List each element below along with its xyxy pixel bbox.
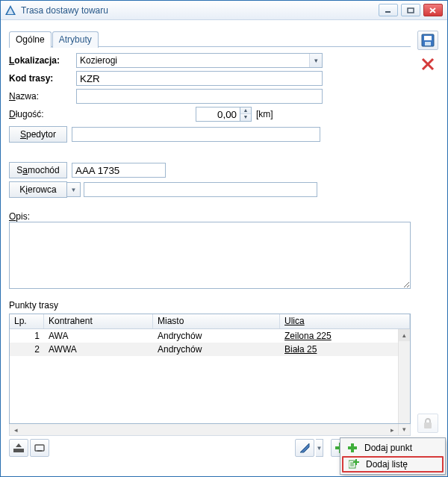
- window-buttons: [379, 4, 443, 16]
- name-input[interactable]: [76, 89, 323, 104]
- kierowca-button[interactable]: Kierowca: [9, 181, 67, 198]
- length-unit: [km]: [256, 109, 273, 119]
- col-lp[interactable]: Lp.: [10, 314, 44, 328]
- scroll-right-icon[interactable]: ▸: [386, 426, 398, 434]
- tab-general[interactable]: Ogólne: [9, 31, 52, 48]
- length-input[interactable]: [196, 107, 240, 122]
- menu-add-list-label: Dodaj listę: [366, 459, 408, 470]
- label-opis: Opis:: [9, 211, 411, 222]
- chevron-down-icon[interactable]: ▾: [309, 54, 322, 67]
- route-points-heading: Punkty trasy: [9, 300, 411, 311]
- samochod-input[interactable]: [72, 163, 166, 178]
- svg-rect-29: [348, 446, 357, 449]
- location-value: Kozierogi: [77, 55, 309, 66]
- label-length: ługość:: [16, 109, 44, 119]
- import-button[interactable]: [30, 439, 49, 457]
- col-ulica[interactable]: Ulica: [280, 314, 410, 328]
- ruler-icon: [299, 442, 311, 454]
- scroll-down-icon[interactable]: ▾: [398, 424, 410, 435]
- delete-button[interactable]: [417, 54, 438, 74]
- col-kontrahent[interactable]: Kontrahent: [44, 314, 153, 328]
- ruler-dropdown[interactable]: ▼: [316, 439, 323, 457]
- app-icon: [4, 4, 16, 16]
- col-miasto[interactable]: Miasto: [153, 314, 280, 328]
- table-row[interactable]: 2 AWWA Andrychów Biała 25: [10, 343, 410, 356]
- menu-add-point-label: Dodaj punkt: [364, 443, 412, 453]
- save-button[interactable]: [417, 31, 438, 50]
- label-name: azwa:: [16, 91, 39, 102]
- import-icon: [34, 443, 46, 453]
- horizontal-scrollbar[interactable]: ◂ ▸ ▾: [9, 424, 411, 436]
- svg-rect-21: [424, 36, 432, 40]
- spin-down-icon[interactable]: ▼: [240, 114, 251, 121]
- opis-textarea[interactable]: [9, 222, 411, 289]
- table-row[interactable]: 1 AWA Andrychów Zeilona 225: [10, 329, 410, 343]
- spedytor-button[interactable]: Spedytor: [9, 126, 67, 143]
- client-area: Ogólne Atrybuty Lokalizacja: Kozierogi ▾…: [1, 20, 447, 476]
- route-code-input[interactable]: [76, 71, 323, 86]
- svg-rect-6: [13, 449, 24, 452]
- svg-rect-8: [35, 445, 44, 451]
- location-combo[interactable]: Kozierogi ▾: [76, 53, 323, 68]
- svg-marker-10: [300, 443, 309, 452]
- side-toolbar: [417, 31, 439, 457]
- lock-button[interactable]: [417, 414, 438, 433]
- svg-rect-35: [353, 461, 359, 463]
- menu-add-point[interactable]: Dodaj punkt: [342, 440, 444, 456]
- route-points-table: Lp. Kontrahent Miasto Ulica 1 AWA Andryc…: [9, 314, 411, 424]
- lock-icon: [422, 417, 434, 429]
- ruler-button[interactable]: [295, 439, 314, 457]
- titlebar: Trasa dostawy towaru: [1, 1, 447, 20]
- tab-strip: Ogólne Atrybuty: [9, 31, 411, 47]
- svg-rect-25: [424, 423, 432, 428]
- svg-rect-3: [408, 8, 414, 13]
- label-route-code: Kod trasy:: [9, 73, 53, 84]
- export-icon: [13, 443, 25, 453]
- minimize-button[interactable]: [379, 4, 398, 16]
- window: Trasa dostawy towaru Ogólne Atrybuty Lok…: [0, 0, 448, 477]
- spedytor-input[interactable]: [72, 127, 320, 142]
- add-context-menu: Dodaj punkt Dodaj listę: [340, 437, 446, 475]
- plus-icon: [346, 442, 358, 454]
- length-spinner[interactable]: ▲ ▼: [196, 107, 252, 122]
- close-button[interactable]: [423, 4, 443, 16]
- tab-attributes[interactable]: Atrybuty: [52, 31, 99, 48]
- svg-rect-9: [37, 450, 42, 452]
- scroll-left-icon[interactable]: ◂: [10, 426, 22, 434]
- delete-icon: [420, 57, 435, 72]
- export-button[interactable]: [9, 439, 28, 457]
- table-body: 1 AWA Andrychów Zeilona 225 2 AWWA Andry…: [10, 329, 410, 356]
- kierowca-dropdown[interactable]: ▼: [67, 182, 81, 197]
- samochod-button[interactable]: Samochód: [9, 162, 67, 178]
- svg-marker-7: [16, 443, 22, 447]
- save-icon: [421, 34, 435, 47]
- scroll-up-icon[interactable]: ▴: [399, 329, 410, 341]
- kierowca-input[interactable]: [84, 182, 317, 197]
- spin-up-icon[interactable]: ▲: [240, 107, 251, 114]
- list-plus-icon: [348, 458, 360, 470]
- window-title: Trasa dostawy towaru: [21, 5, 379, 16]
- vertical-scrollbar[interactable]: ▴: [398, 329, 410, 423]
- maximize-button[interactable]: [401, 4, 420, 16]
- svg-rect-22: [425, 42, 431, 46]
- menu-add-list[interactable]: Dodaj listę: [342, 456, 444, 473]
- label-location: okalizacja:: [14, 55, 60, 66]
